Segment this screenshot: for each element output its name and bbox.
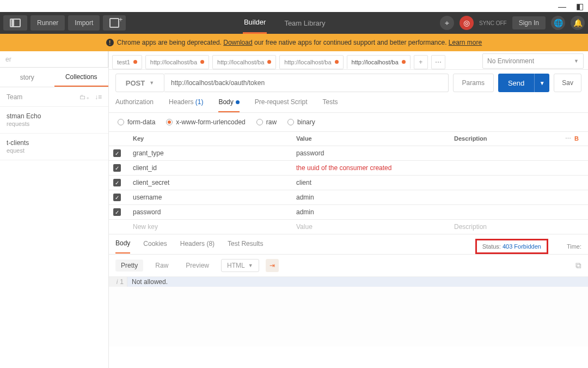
xwww-radio[interactable]: x-www-form-urlencoded <box>166 118 245 126</box>
response-headers-tab[interactable]: Headers (8) <box>180 240 215 253</box>
authorization-tab[interactable]: Authorization <box>115 98 154 112</box>
copy-response-icon[interactable]: ⧉ <box>575 261 581 270</box>
col-description: Description <box>450 132 561 146</box>
chevron-down-icon: ▼ <box>574 58 579 64</box>
preview-view[interactable]: Preview <box>180 260 215 272</box>
request-tab[interactable]: http://localhost/ba <box>145 55 209 69</box>
pre-request-tab[interactable]: Pre-request Script <box>255 98 308 112</box>
save-button[interactable]: Sav <box>554 74 581 92</box>
table-row-new[interactable]: New keyValueDescription <box>109 220 588 234</box>
format-select[interactable]: HTML▼ <box>221 259 259 272</box>
sidebar-icon <box>10 19 21 27</box>
row-checkbox[interactable]: ✓ <box>113 208 121 216</box>
body-params-table: Key Value Description ⋯B ✓grant_typepass… <box>109 131 588 234</box>
row-checkbox[interactable]: ✓ <box>113 194 121 201</box>
builder-tab[interactable]: Builder <box>243 12 267 34</box>
add-tab-button[interactable]: + <box>414 55 428 69</box>
params-button[interactable]: Params <box>453 74 494 92</box>
new-tab-icon <box>109 18 119 28</box>
response-status: Status: 403 Forbidden <box>475 239 548 254</box>
response-cookies-tab[interactable]: Cookies <box>143 240 167 253</box>
collection-item[interactable]: stman Echorequests <box>0 107 108 134</box>
url-input[interactable]: http://localhost/back/oauth/token <box>164 74 449 92</box>
filter-input[interactable]: er <box>0 51 108 68</box>
deprecation-banner: ! Chrome apps are being deprecated. Down… <box>0 34 588 51</box>
dirty-dot-icon <box>200 60 204 64</box>
dirty-dot-icon <box>133 60 137 64</box>
import-button[interactable]: Import <box>68 15 100 31</box>
team-library-tab[interactable]: Team Library <box>283 12 326 34</box>
send-button[interactable]: Send▼ <box>498 74 549 92</box>
sync-label: SYNC OFF <box>479 20 507 26</box>
learn-more-link[interactable]: Learn more <box>449 39 482 46</box>
sign-in-button[interactable]: Sign In <box>512 16 546 29</box>
environment-select[interactable]: No Environment▼ <box>482 53 584 69</box>
request-tab[interactable]: http://localhost/ba <box>279 55 343 69</box>
chevron-down-icon: ▼ <box>149 80 154 86</box>
send-dropdown[interactable]: ▼ <box>534 74 549 92</box>
sort-icon[interactable]: ↓≡ <box>95 93 102 101</box>
col-key: Key <box>128 132 292 146</box>
download-link[interactable]: Download <box>223 39 252 46</box>
request-tab[interactable]: http://localhost/ba <box>347 55 411 69</box>
response-time: Time: <box>561 243 581 250</box>
body-indicator-icon <box>236 100 240 104</box>
settings-icon[interactable]: 🌐 <box>551 16 565 30</box>
request-tab[interactable]: test1 <box>112 55 142 69</box>
dirty-dot-icon <box>402 60 406 64</box>
binary-radio[interactable]: binary <box>287 118 315 126</box>
tab-overflow-button[interactable]: ⋯ <box>431 55 445 69</box>
row-checkbox[interactable]: ✓ <box>113 164 121 172</box>
wrap-lines-icon[interactable]: ⇥ <box>266 259 279 272</box>
dirty-dot-icon <box>335 60 339 64</box>
row-checkbox[interactable]: ✓ <box>113 149 121 157</box>
row-checkbox[interactable]: ✓ <box>113 179 121 186</box>
body-tab[interactable]: Body <box>218 98 239 112</box>
response-body-tab[interactable]: Body <box>115 239 130 254</box>
collection-item[interactable]: t-clientsequest <box>0 134 108 160</box>
dirty-dot-icon <box>267 60 271 64</box>
response-body: i1 Not allowed. <box>109 276 588 347</box>
table-row[interactable]: ✓passwordadmin <box>109 205 588 220</box>
capture-icon[interactable]: ⌖ <box>440 16 454 30</box>
history-tab[interactable]: story <box>0 68 54 87</box>
raw-view[interactable]: Raw <box>150 260 174 272</box>
request-tab[interactable]: http://localhost/ba <box>212 55 276 69</box>
new-tab-button[interactable] <box>103 15 126 31</box>
table-row[interactable]: ✓usernameadmin <box>109 190 588 205</box>
collections-tab[interactable]: Collections <box>54 68 109 87</box>
toggle-sidebar-button[interactable] <box>3 15 27 31</box>
window-minimize-icon[interactable]: — <box>558 2 566 10</box>
method-select[interactable]: POST▼ <box>115 74 164 92</box>
pretty-view[interactable]: Pretty <box>115 260 143 272</box>
window-maximize-icon[interactable]: ◧ <box>576 2 584 10</box>
chevron-down-icon: ▼ <box>248 263 253 268</box>
bulk-edit-button[interactable]: ⋯B <box>561 132 588 146</box>
team-label: Team <box>7 93 22 101</box>
table-row[interactable]: ✓client_secretclient <box>109 176 588 190</box>
form-data-radio[interactable]: form-data <box>118 118 155 126</box>
response-tests-tab[interactable]: Test Results <box>228 240 263 253</box>
add-folder-icon[interactable]: 🗀₊ <box>79 93 89 101</box>
sync-status-icon[interactable]: ◎ <box>460 16 474 30</box>
table-row[interactable]: ✓grant_typepassword <box>109 146 588 161</box>
tests-tab[interactable]: Tests <box>322 98 338 112</box>
col-value: Value <box>292 132 450 146</box>
headers-tab[interactable]: Headers (1) <box>169 98 203 112</box>
runner-button[interactable]: Runner <box>30 15 65 31</box>
warning-icon: ! <box>106 39 114 46</box>
table-row[interactable]: ✓client_idthe uuid of the consumer creat… <box>109 161 588 176</box>
notifications-icon[interactable]: 🔔 <box>571 16 585 30</box>
response-text[interactable]: Not allowed. <box>127 277 588 287</box>
raw-radio[interactable]: raw <box>256 118 277 126</box>
